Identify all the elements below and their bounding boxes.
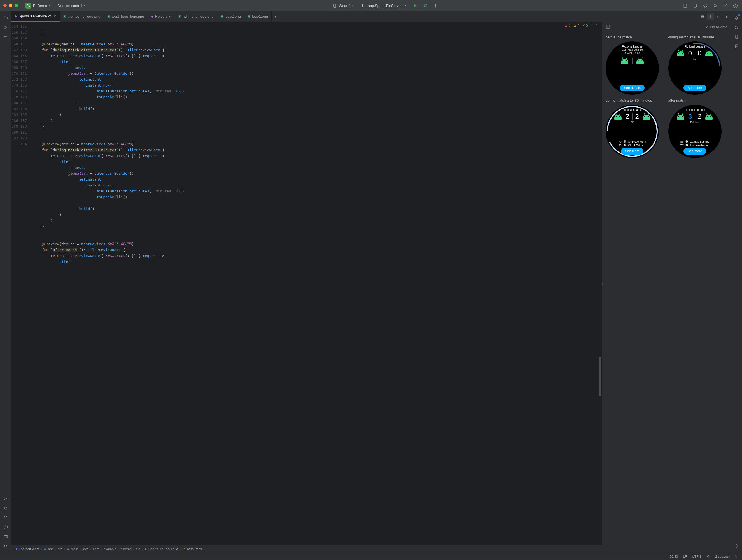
see-details-button[interactable]: See details — [620, 85, 644, 91]
tab-label: SportsTileService.kt — [18, 14, 51, 18]
project-dropdown[interactable]: PL PLDemo ▾ — [23, 1, 53, 10]
debug-button[interactable] — [422, 2, 429, 9]
tab-themes-fc-logo[interactable]: ▣ themes_fc_logo.png — [60, 11, 104, 21]
see-more-button[interactable]: See more — [684, 148, 706, 155]
more-actions[interactable] — [432, 2, 439, 9]
svg-point-8 — [735, 4, 736, 6]
services-button[interactable] — [692, 2, 698, 9]
minimize-window[interactable] — [9, 4, 12, 7]
right-tool-rail — [731, 11, 742, 553]
notifications-button[interactable] — [732, 13, 741, 22]
crumb[interactable]: tile — [136, 547, 140, 551]
see-more-button[interactable]: See more — [684, 85, 706, 91]
terminal-tool-button[interactable] — [1, 532, 10, 541]
vcs-dropdown[interactable]: Version control ▾ — [56, 3, 88, 9]
more-tools-button[interactable] — [1, 33, 10, 41]
hammer-icon — [3, 497, 8, 501]
structure-icon — [3, 25, 8, 30]
code-with-me-button[interactable] — [682, 2, 688, 9]
crumb[interactable]: resources — [187, 547, 202, 551]
problems-tool-button[interactable] — [1, 523, 10, 531]
structure-tool-button[interactable] — [1, 23, 10, 31]
kebab-icon — [724, 14, 729, 19]
code-editor[interactable]: ▲ 1 ▲ 4 ✔ 5 ˄ ˅ 154 155 156 157 158 159 … — [11, 22, 602, 545]
preview-grid: before the match Fictional League Back r… — [602, 33, 731, 545]
tab-logo1[interactable]: ▣ logo1.png — [245, 11, 272, 21]
crumb[interactable]: src — [58, 547, 62, 551]
device-selector[interactable]: Wear 4 ▾ — [330, 2, 356, 9]
tab-richmond-logo[interactable]: ▣ richmond_logo.png — [175, 11, 217, 21]
weak-warning-indicator: ✔ 5 — [582, 23, 588, 28]
editor-view-design[interactable] — [714, 13, 722, 20]
team-home-icon — [613, 113, 623, 119]
vertical-scrollbar[interactable] — [598, 22, 602, 545]
run-config-selector[interactable]: app.SportsTileService ▾ — [359, 2, 409, 9]
inspections-widget[interactable]: ▲ 1 ▲ 4 ✔ 5 ˄ ˅ — [563, 23, 599, 28]
crumb[interactable]: com — [93, 547, 99, 551]
code-area[interactable]: } @Preview(device = WearDevices.SMALL_RO… — [31, 22, 598, 545]
emulator-button[interactable] — [732, 42, 741, 50]
settings-button[interactable] — [722, 2, 729, 9]
crumb[interactable]: app — [48, 547, 53, 551]
editor-view-list[interactable] — [699, 13, 706, 20]
bookmarks-tool-button[interactable] — [1, 504, 10, 512]
account-button[interactable] — [732, 2, 739, 9]
sparkle-icon — [734, 544, 739, 549]
scrollbar-thumb[interactable] — [599, 357, 601, 396]
gradle-tool-button[interactable] — [732, 23, 741, 31]
tab-logo2[interactable]: ▣ logo2.png — [217, 11, 245, 21]
crumb[interactable]: pldemo — [121, 547, 131, 551]
updates-button[interactable] — [702, 2, 708, 9]
bell-icon — [734, 15, 739, 20]
split-icon — [708, 14, 713, 19]
goal-line: 70'⚽Ambrose Norm — [680, 144, 709, 147]
svg-point-18 — [4, 545, 5, 546]
image-file-icon: ▣ — [248, 15, 250, 18]
logcat-tool-button[interactable] — [1, 513, 10, 522]
score-separator — [632, 58, 633, 64]
project-tool-button[interactable] — [1, 13, 10, 22]
tab-label: west_ham_logo.png — [111, 14, 144, 18]
tab-west-ham-logo[interactable]: ▣ west_ham_logo.png — [104, 11, 148, 21]
split-handle-icon[interactable]: ⦀ — [602, 281, 603, 286]
crumb[interactable]: SportsTileService.kt — [148, 547, 178, 551]
vcs-tool-button[interactable] — [1, 542, 10, 551]
ide-status-indicator[interactable] — [735, 554, 739, 559]
shield-icon — [735, 554, 739, 558]
tab-label: logo2.png — [225, 14, 241, 18]
chevron-down-icon: ▾ — [49, 4, 50, 7]
tabs-overflow[interactable]: ▾ — [272, 11, 279, 21]
crumb[interactable]: java — [82, 547, 89, 551]
team-away-icon — [704, 113, 714, 119]
crumb[interactable]: example — [104, 547, 116, 551]
tab-label: themes_fc_logo.png — [67, 14, 100, 18]
readonly-toggle[interactable] — [706, 554, 710, 559]
tab-sports-tile-service[interactable]: ◆ SportsTileService.kt ✕ — [11, 11, 60, 21]
refresh-icon — [605, 24, 611, 29]
tab-label: Helpers.kt — [155, 14, 172, 18]
device-manager-button[interactable] — [732, 33, 741, 41]
line-separator[interactable]: LF — [683, 555, 687, 559]
editor-more[interactable] — [723, 13, 730, 20]
run-button[interactable] — [412, 2, 419, 9]
close-window[interactable] — [3, 4, 7, 7]
preview-refresh-button[interactable] — [605, 24, 611, 30]
tab-helpers[interactable]: ◆ Helpers.kt — [148, 11, 175, 21]
zoom-window[interactable] — [14, 4, 18, 7]
ai-assistant-button[interactable] — [732, 542, 741, 551]
close-tab-icon[interactable]: ✕ — [53, 14, 56, 18]
file-encoding[interactable]: UTF-8 — [692, 555, 701, 559]
tab-label: logo1.png — [252, 14, 268, 18]
ball-icon: ⚽ — [685, 144, 688, 146]
caret-position[interactable]: 56:43 — [670, 555, 678, 559]
see-more-button[interactable]: See more — [621, 148, 643, 155]
inspection-nav-icons[interactable]: ˄ ˅ — [591, 23, 598, 28]
crumb[interactable]: FootballScore — [19, 547, 40, 551]
goal-line: 70'⚽Ambrose Norm — [619, 140, 646, 143]
build-tool-button[interactable] — [1, 495, 10, 503]
editor-view-split[interactable] — [707, 13, 714, 20]
crumb[interactable]: main — [71, 547, 78, 551]
indent-settings[interactable]: 2 spaces* — [715, 555, 730, 559]
svg-rect-22 — [711, 15, 712, 18]
search-everywhere-button[interactable] — [712, 2, 719, 9]
